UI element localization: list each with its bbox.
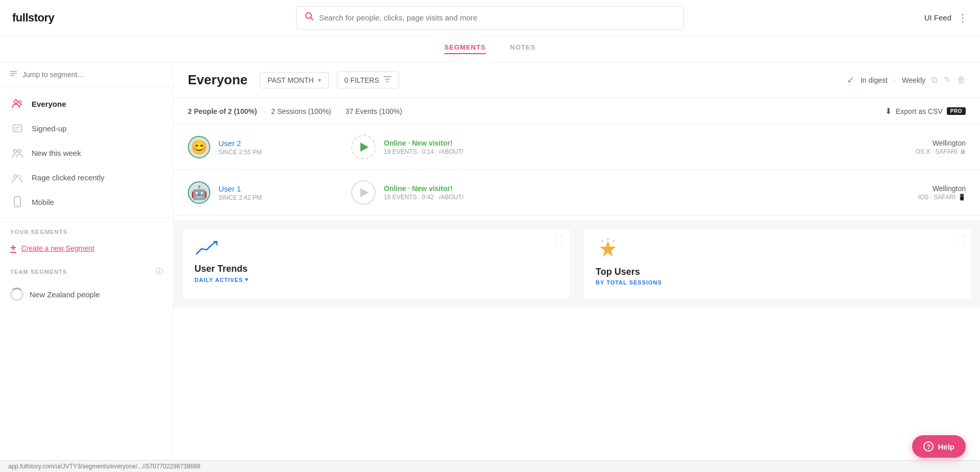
table-row: 😊 User 2 SINCE 2:55 PM Online · New visi… [174,125,980,170]
time-filter-label: PAST MONTH [267,76,314,84]
sidebar-search-icon [9,69,17,80]
user-info: User 2 SINCE 2:55 PM [218,139,321,156]
sidebar-item-new-this-week-label: New this week [32,149,81,157]
export-area: ⬇ Export as CSV PRO [885,106,966,116]
header-right: UI Feed ⋮ [886,12,968,24]
filters-button[interactable]: 0 FILTERS [337,72,399,88]
avatar: 😊 [188,136,210,158]
time-filter-chevron-icon: ▾ [318,77,321,84]
search-input[interactable] [319,13,675,22]
svg-rect-4 [10,75,15,76]
help-button[interactable]: ? Help [912,435,966,458]
user-session: Online · New visitor! 18 EVENTS · 0:42 ·… [321,180,918,205]
digest-label: In digest [861,76,888,84]
svg-point-9 [18,150,21,153]
delete-icon[interactable]: 🗑 [957,75,966,85]
status-bar: app.fullstory.com/ui/JVTY3/segments/ever… [0,460,980,472]
people-stat: 2 People of 2 (100%) [188,107,257,115]
avatar: 🤖 [188,181,210,204]
tab-notes[interactable]: NOTES [510,43,536,54]
sessions-stat: 2 Sessions (100%) [271,107,331,115]
user-name[interactable]: User 2 [218,139,321,148]
play-button[interactable] [351,180,376,205]
new-this-week-icon [10,146,24,160]
edit-icon[interactable]: ✎ [944,75,951,85]
expand-icon[interactable]: ⛶ [956,235,964,245]
ui-feed-label: UI Feed [924,13,951,22]
export-csv-button[interactable]: Export as CSV [896,107,943,115]
sidebar-item-everyone[interactable]: Everyone [0,91,173,116]
user-location: Wellington OS X · SAFARI 🖥 [916,139,966,155]
sidebar-item-new-this-week[interactable]: New this week [0,140,173,165]
svg-rect-2 [10,71,17,72]
chart-user-trends: ⛶ User Trends DAILY ACTIVES ▾ [182,228,571,299]
stat-dot-1: · [263,107,265,115]
sidebar-search-area[interactable] [0,62,173,87]
desktop-icon: 🖥 [960,148,966,155]
sidebar-nav: Everyone Signed-up [0,87,173,219]
user-since: SINCE 2:42 PM [218,194,321,201]
top-users-icon [596,239,959,265]
svg-point-8 [14,150,17,153]
play-button[interactable] [351,135,376,159]
team-segment-new-zealand[interactable]: New Zealand people [10,282,163,306]
search-bar[interactable] [296,6,684,30]
sidebar-item-rage-clicked-label: Rage clicked recently [32,173,105,182]
svg-line-17 [602,241,603,242]
team-segment-new-zealand-label: New Zealand people [30,290,100,299]
play-triangle-icon [360,188,369,197]
chart-subtitle-chevron-icon[interactable]: ▾ [245,276,249,283]
sidebar-item-mobile-label: Mobile [32,198,54,206]
sidebar-item-rage-clicked[interactable]: Rage clicked recently [0,165,173,190]
team-segment-spinner [10,288,23,301]
mobile-icon [10,195,24,209]
digest-actions: ⧉ ✎ 🗑 [932,75,966,85]
location-os: IOS · SAFARI 📱 [918,194,966,201]
jump-to-segment-input[interactable] [22,70,164,79]
sidebar-item-signed-up[interactable]: Signed-up [0,116,173,140]
status-bar-url: app.fullstory.com/ui/JVTY3/segments/ever… [8,463,201,470]
users-container: 😊 User 2 SINCE 2:55 PM Online · New visi… [174,125,980,216]
your-segments-label: YOUR SEGMENTS [10,229,163,235]
location-city: Wellington [916,139,966,147]
filter-count-label: 0 FILTERS [345,76,379,84]
everyone-icon [10,97,24,111]
sidebar-item-everyone-label: Everyone [32,100,66,108]
chart-top-users: ⛶ Top Users BY TOTAL SESSIONS [583,228,972,299]
chart-title: Top Users [596,267,959,277]
user-since: SINCE 2:55 PM [218,149,321,156]
svg-line-16 [613,241,614,242]
events-stat: 37 Events (100%) [346,107,402,115]
stats-row: 2 People of 2 (100%) · 2 Sessions (100%)… [174,98,980,125]
user-session: Online · New visitor! 19 EVENTS · 0:14 ·… [321,135,916,159]
user-info: User 1 SINCE 2:42 PM [218,184,321,201]
tab-segments[interactable]: SEGMENTS [445,43,486,54]
svg-rect-7 [13,125,21,132]
svg-point-10 [14,175,17,178]
digest-check-icon: ✓ [847,75,854,86]
expand-icon[interactable]: ⛶ [555,235,563,245]
copy-icon[interactable]: ⧉ [932,75,938,85]
session-meta: 18 EVENTS · 0:42 · /ABOUT/ [384,194,463,201]
session-status: Online · New visitor! [384,184,463,193]
time-filter-button[interactable]: PAST MONTH ▾ [260,72,329,88]
help-circle-icon: ? [923,441,934,452]
chart-subtitle: BY TOTAL SESSIONS [596,279,959,286]
create-segment-button[interactable]: + Create a new Segment [10,242,163,254]
digest-dot: · [894,76,896,85]
team-segments-label: TEAM SEGMENTS [10,269,67,275]
session-info: Online · New visitor! 19 EVENTS · 0:14 ·… [384,139,463,155]
main-layout: Everyone Signed-up [0,62,980,472]
team-segments-section: TEAM SEGMENTS ⓘ New Zealand people [0,259,173,311]
header: fullstory UI Feed ⋮ [0,0,980,36]
charts-row: ⛶ User Trends DAILY ACTIVES ▾ ⛶ [174,220,980,308]
location-os: OS X · SAFARI 🖥 [916,148,966,155]
session-meta: 19 EVENTS · 0:14 · /ABOUT/ [384,148,463,155]
svg-line-1 [311,18,313,20]
more-options-icon[interactable]: ⋮ [958,12,968,24]
sidebar-item-mobile[interactable]: Mobile [0,190,173,214]
logo: fullstory [12,11,94,25]
team-segments-info-icon[interactable]: ⓘ [156,267,163,276]
svg-point-6 [19,101,21,104]
user-name[interactable]: User 1 [218,184,321,193]
